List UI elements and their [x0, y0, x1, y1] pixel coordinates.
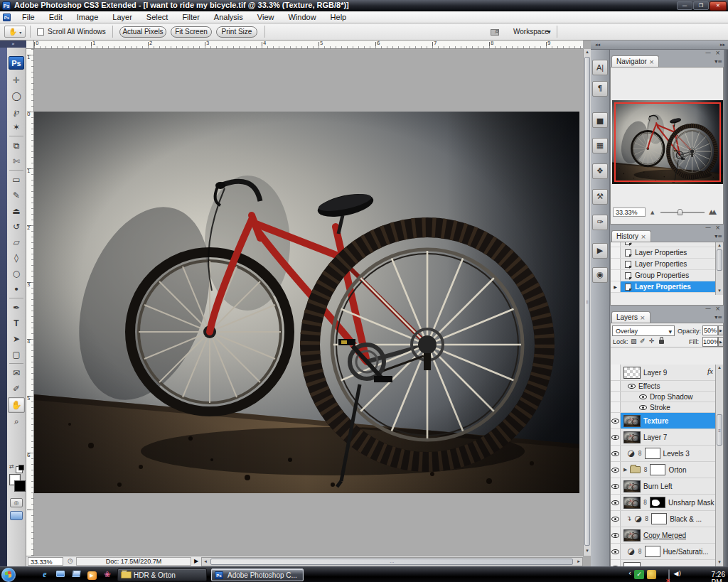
eyedropper-tool[interactable]: ✐ — [8, 382, 25, 397]
eye-icon[interactable] — [628, 384, 636, 389]
histogram-panel-icon[interactable]: ▅ — [592, 112, 608, 128]
layer-mask-thumbnail[interactable] — [651, 513, 667, 524]
effects-header-row[interactable]: Effects — [611, 381, 723, 392]
eye-icon[interactable] — [611, 451, 619, 456]
lock-transparency-icon[interactable]: ▨ — [631, 338, 637, 345]
navigator-zoom-slider[interactable] — [660, 212, 705, 213]
history-step-selected[interactable]: ▶ Layer Properties — [611, 281, 723, 293]
status-menu-icon[interactable]: ▶ — [194, 558, 198, 564]
layer-thumbnail[interactable] — [623, 415, 641, 427]
navigator-thumbnail[interactable] — [612, 100, 723, 184]
layer-row-partial[interactable] — [611, 560, 723, 566]
lock-all-icon[interactable] — [659, 340, 664, 344]
zoom-tool[interactable]: ⌕ — [8, 414, 25, 430]
fill-field[interactable]: 100% — [702, 337, 718, 347]
fit-screen-button[interactable]: Fit Screen — [171, 26, 212, 38]
tab-navigator[interactable]: Navigator× — [611, 55, 659, 67]
collapse-left-icon[interactable]: ◂◂ — [595, 41, 600, 49]
eye-icon[interactable] — [611, 549, 619, 554]
bicycle-image[interactable] — [34, 112, 579, 493]
effect-row[interactable]: Drop Shadow — [611, 392, 723, 402]
eye-icon[interactable] — [611, 500, 619, 505]
expand-group-icon[interactable]: ▶ — [623, 467, 627, 473]
lasso-tool[interactable]: ℘ — [8, 104, 25, 120]
adjustment-layer-row[interactable]: ◑ 8 Levels 3 — [611, 446, 723, 462]
swap-colors-icon[interactable]: ⇄ — [9, 463, 14, 470]
layer-mask-thumbnail[interactable] — [645, 448, 660, 459]
menu-help[interactable]: Help — [323, 11, 354, 23]
slice-tool[interactable]: ✄ — [8, 154, 25, 170]
layers-scrollbar[interactable]: ▴ ≡ ▾ — [715, 365, 723, 566]
actions-panel-icon[interactable]: ▶ — [592, 243, 608, 259]
visibility-toggle[interactable] — [611, 365, 621, 380]
path-select-tool[interactable]: ➤ — [8, 332, 25, 347]
clipped-adjustment-row[interactable]: ↴ ◑ 8 Black & ... — [611, 511, 723, 527]
layer-thumbnail[interactable] — [623, 497, 641, 509]
layer-row[interactable]: 8 Unsharp Mask — [611, 495, 723, 511]
task-photoshop[interactable]: Ps Adobe Photoshop C... — [211, 568, 304, 581]
scrollbar-thumb[interactable] — [717, 249, 722, 271]
doc-size-readout[interactable]: Doc: 17.5M/220.7M — [76, 557, 191, 566]
paint-bucket-tool[interactable]: ◊ — [8, 251, 25, 266]
eye-icon[interactable] — [611, 484, 619, 489]
background-color-swatch[interactable] — [14, 480, 26, 492]
ie-quicklaunch-icon[interactable]: e — [39, 569, 50, 581]
history-step-partial[interactable] — [611, 242, 723, 247]
layer-row[interactable]: Layer 7 — [611, 429, 723, 446]
zoom-in-icon[interactable]: ▲▲ — [709, 208, 714, 215]
panel-menu-icon[interactable]: ▾≡ — [714, 314, 722, 320]
paragraph-panel-icon[interactable]: ¶ — [592, 81, 608, 97]
toolbox-header[interactable]: » — [0, 41, 26, 48]
switch-windows-icon[interactable] — [70, 569, 82, 581]
layer-row[interactable]: Copy Merged — [611, 527, 723, 544]
close-button[interactable]: ✕ — [710, 1, 727, 11]
history-step[interactable]: Layer Properties — [611, 247, 723, 259]
pen-tool[interactable]: ✒ — [8, 301, 25, 316]
layer-mask-thumbnail[interactable] — [650, 464, 665, 475]
scroll-up-icon[interactable]: ▴ — [584, 49, 591, 56]
start-button[interactable] — [1, 568, 16, 582]
slider-thumb[interactable] — [678, 209, 682, 215]
blur-tool[interactable]: ○ — [8, 266, 25, 282]
canvas-area[interactable] — [34, 49, 583, 556]
info-panel-icon[interactable]: ▦ — [592, 138, 608, 153]
zoom-level-field[interactable]: 33.33% — [28, 557, 63, 566]
eye-icon[interactable] — [639, 394, 647, 399]
move-tool[interactable]: ✛ — [8, 73, 25, 89]
visibility-toggle[interactable] — [611, 527, 621, 543]
eye-icon[interactable] — [639, 405, 647, 410]
scrollbar-thumb[interactable]: ⋯ — [210, 559, 573, 565]
opacity-field[interactable]: 50% — [702, 325, 718, 335]
scrollbar-thumb[interactable]: ≡ — [717, 414, 722, 446]
menu-analysis[interactable]: Analysis — [207, 11, 250, 23]
hand-tool[interactable]: ✋ — [8, 397, 25, 413]
panel-menu-icon[interactable]: ▾≡ — [714, 233, 722, 239]
layer-row[interactable]: Burn Left — [611, 478, 723, 495]
crop-tool[interactable]: ⧉ — [8, 139, 25, 154]
visibility-toggle[interactable] — [611, 462, 621, 478]
menu-image[interactable]: Image — [70, 11, 106, 23]
layer-comps-panel-icon[interactable]: ◉ — [592, 267, 608, 283]
menu-window[interactable]: Window — [281, 11, 323, 23]
history-step[interactable]: Layer Properties — [611, 259, 723, 270]
update-tray-icon[interactable] — [647, 570, 656, 579]
visibility-toggle[interactable] — [611, 544, 621, 559]
workspace-menu[interactable]: Workspace — [513, 28, 549, 36]
antivirus-tray-icon[interactable]: ✓ — [634, 570, 644, 579]
swatches-panel-icon[interactable]: ❖ — [592, 163, 608, 179]
eye-icon[interactable] — [611, 533, 619, 538]
tab-layers[interactable]: Layers× — [611, 311, 651, 323]
horizontal-scrollbar[interactable]: ◂ ⋯ ▸ — [201, 557, 583, 566]
eye-icon[interactable] — [611, 419, 619, 424]
layer-thumbnail[interactable] — [623, 529, 641, 541]
history-source-icon[interactable]: ▶ — [611, 281, 621, 292]
visibility-toggle[interactable] — [611, 429, 621, 445]
layer-thumbnail[interactable] — [623, 480, 641, 492]
scroll-left-icon[interactable]: ◂ — [202, 559, 209, 566]
layer-thumbnail[interactable] — [623, 431, 641, 443]
visibility-toggle[interactable] — [611, 495, 621, 510]
eye-icon[interactable] — [611, 435, 619, 440]
shape-tool[interactable]: ▢ — [8, 347, 25, 363]
lock-position-icon[interactable]: ✛ — [649, 338, 655, 345]
scroll-right-icon[interactable]: ▸ — [575, 559, 582, 566]
